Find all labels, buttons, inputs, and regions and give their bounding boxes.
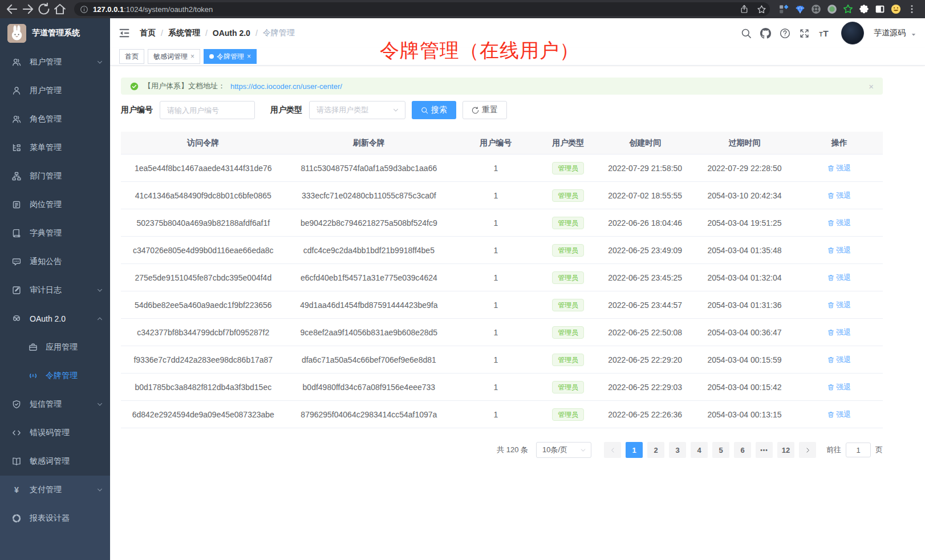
sidebar-item-部门管理[interactable]: 部门管理: [0, 162, 110, 190]
avatar[interactable]: [841, 22, 864, 44]
extensions-puzzle-icon[interactable]: [859, 4, 869, 14]
sidebar-item-审计日志[interactable]: 审计日志: [0, 276, 110, 305]
sidebar-item-label: 通知公告: [30, 257, 62, 267]
search-button[interactable]: 搜索: [412, 101, 456, 119]
force-logout-button[interactable]: 强退: [827, 218, 851, 228]
force-logout-button[interactable]: 强退: [827, 409, 851, 420]
force-logout-button[interactable]: 强退: [827, 273, 851, 283]
refresh-token-cell: be90422b8c7946218275a508bf524fc9: [286, 218, 453, 228]
extension-icon-green-star[interactable]: [843, 4, 853, 14]
goto-page-input[interactable]: [846, 443, 871, 457]
page-button-2[interactable]: 2: [647, 442, 664, 458]
sidebar-item-令牌管理[interactable]: A令牌管理: [0, 362, 110, 390]
fullscreen-icon[interactable]: [799, 28, 810, 39]
chevron-down-icon[interactable]: [911, 32, 916, 38]
tab-首页[interactable]: 首页: [119, 49, 144, 64]
force-logout-label: 强退: [836, 300, 851, 310]
share-icon[interactable]: [740, 5, 749, 14]
browser-menu-icon[interactable]: [907, 4, 917, 14]
tab-令牌管理[interactable]: 令牌管理×: [204, 49, 257, 64]
app-logo[interactable]: 芋道管理系统: [0, 18, 110, 48]
sidebar-item-通知公告[interactable]: 通知公告: [0, 247, 110, 276]
sidebar-item-字典管理[interactable]: 字典管理: [0, 219, 110, 247]
force-logout-button[interactable]: 强退: [827, 245, 851, 255]
user-type-cell: 管理员: [539, 381, 597, 393]
user-type-tag: 管理员: [552, 408, 584, 421]
user-type-cell: 管理员: [539, 244, 597, 257]
sidebar-item-角色管理[interactable]: 角色管理: [0, 105, 110, 133]
sidebar-fold-icon[interactable]: [119, 27, 130, 39]
page-button-3[interactable]: 3: [669, 442, 686, 458]
access-token-cell: f9336e7c7dd242a283ee98dc86b17a87: [121, 355, 286, 364]
browser-forward-button[interactable]: [21, 2, 35, 17]
page-button-5[interactable]: 5: [712, 442, 729, 458]
sidebar-item-支付管理[interactable]: ¥支付管理: [0, 476, 110, 504]
sidebar-item-用户管理[interactable]: 用户管理: [0, 76, 110, 105]
sidebar-item-应用管理[interactable]: 应用管理: [0, 333, 110, 362]
pagination-more-button[interactable]: •••: [756, 442, 773, 458]
pagination: 共 120 条 10条/页 123456•••12 前往 页: [121, 442, 883, 458]
goto-label: 前往: [826, 445, 841, 455]
browser-home-button[interactable]: [52, 2, 67, 17]
force-logout-button[interactable]: 强退: [827, 190, 851, 201]
bookmark-star-icon[interactable]: [757, 5, 766, 14]
alert-close-icon[interactable]: ×: [869, 82, 874, 91]
chevron-down-icon: [96, 401, 103, 408]
sidebar-item-报表设计器[interactable]: 报表设计器: [0, 504, 110, 533]
sidebar-item-敏感词管理[interactable]: 敏感词管理: [0, 447, 110, 476]
font-size-icon[interactable]: TT: [818, 28, 829, 39]
next-page-button[interactable]: [799, 442, 816, 458]
reset-button[interactable]: 重置: [462, 101, 507, 119]
sidebar-item-OAuth 2.0[interactable]: OAuth 2.0: [0, 305, 110, 333]
sidebar-item-租户管理[interactable]: 租户管理: [0, 48, 110, 76]
page-size-select[interactable]: 10条/页: [536, 442, 591, 458]
extension-icon-gem[interactable]: [795, 4, 805, 14]
search-icon[interactable]: [741, 28, 752, 39]
user-id-cell: 1: [452, 328, 539, 337]
sidebar-item-岗位管理[interactable]: 岗位管理: [0, 190, 110, 219]
user-type-select[interactable]: 请选择用户类型: [309, 101, 405, 119]
user-name[interactable]: 芋道源码: [874, 28, 906, 38]
sidebar-item-菜单管理[interactable]: 菜单管理: [0, 133, 110, 162]
action-cell: 强退: [796, 327, 883, 338]
page-button-6[interactable]: 6: [734, 442, 751, 458]
tab-close-icon[interactable]: ×: [190, 52, 194, 60]
address-bar[interactable]: 127.0.0.1:1024/system/oauth2/token: [74, 2, 770, 16]
page-button-4[interactable]: 4: [691, 442, 708, 458]
force-logout-button[interactable]: 强退: [827, 355, 851, 365]
extension-icon-command[interactable]: [811, 4, 821, 14]
sidebar-item-短信管理[interactable]: 短信管理: [0, 390, 110, 419]
page-button-1[interactable]: 1: [626, 442, 643, 458]
force-logout-button[interactable]: 强退: [827, 327, 851, 338]
refresh-token-cell: cdfc4ce9c2da4bb1bdf21b9918ff4be5: [286, 246, 453, 255]
profile-emoji-icon[interactable]: [891, 4, 901, 14]
browser-reload-button[interactable]: [36, 2, 51, 17]
extension-icon-grid[interactable]: [779, 4, 789, 14]
force-logout-label: 强退: [836, 355, 851, 365]
user-id-cell: 1: [452, 410, 539, 419]
alert-doc-link[interactable]: https://doc.iocoder.cn/user-center/: [230, 82, 342, 91]
breadcrumb-item-系统管理[interactable]: 系统管理: [168, 28, 200, 38]
tab-敏感词管理[interactable]: 敏感词管理×: [148, 49, 200, 64]
user-id-input[interactable]: [160, 101, 255, 119]
prev-page-button[interactable]: [604, 442, 621, 458]
side-panel-icon[interactable]: [875, 4, 885, 14]
browser-back-button[interactable]: [5, 2, 19, 17]
force-logout-button[interactable]: 强退: [827, 382, 851, 392]
tab-close-icon[interactable]: ×: [247, 52, 251, 60]
force-logout-button[interactable]: 强退: [827, 300, 851, 310]
page-button-12[interactable]: 12: [777, 442, 794, 458]
chevron-up-icon: [96, 315, 103, 322]
force-logout-button[interactable]: 强退: [827, 163, 851, 173]
info-icon[interactable]: [80, 5, 88, 14]
sidebar-item-label: 支付管理: [30, 485, 62, 495]
sidebar-item-错误码管理[interactable]: 错误码管理: [0, 419, 110, 447]
breadcrumb-item-首页[interactable]: 首页: [140, 28, 156, 38]
trash-icon: [827, 411, 834, 418]
breadcrumb-item-OAuth 2.0[interactable]: OAuth 2.0: [213, 29, 250, 38]
extension-icon-green-dot[interactable]: [827, 4, 837, 14]
force-logout-label: 强退: [836, 409, 851, 420]
help-icon[interactable]: [780, 28, 790, 39]
github-icon[interactable]: [760, 28, 771, 39]
table-row: 275e5de9151045fe87cbdc395e004f4de6cfd40e…: [121, 264, 883, 291]
